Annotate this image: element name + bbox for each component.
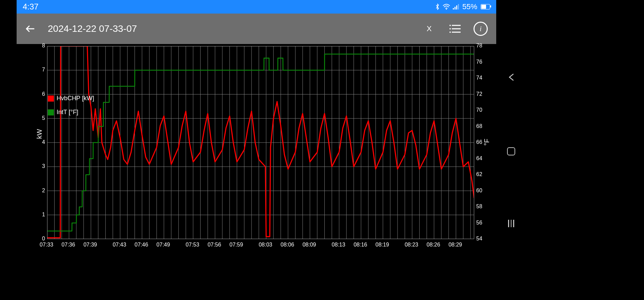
legend-item-intt: IntT [°F] xyxy=(48,109,94,116)
y-left-tick: 6 xyxy=(39,91,45,97)
legend-swatch-green xyxy=(48,109,54,115)
y-right-tick: 70 xyxy=(476,107,482,113)
info-icon: i xyxy=(474,22,488,36)
y-right-tick: 64 xyxy=(476,155,482,162)
x-tick: 08:13 xyxy=(332,242,345,248)
status-indicators: 55% xyxy=(435,2,490,11)
list-icon[interactable] xyxy=(447,21,462,36)
y-left-tick: 3 xyxy=(39,163,45,169)
x-tick: 07:46 xyxy=(135,242,148,248)
y-left-tick: 2 xyxy=(39,188,45,194)
x-tick: 07:56 xyxy=(207,242,221,248)
legend-item-hvbchp: HvbCHP [kW] xyxy=(48,95,94,102)
x-tick: 07:36 xyxy=(62,242,75,248)
back-button[interactable] xyxy=(22,21,38,37)
x-tick: 08:23 xyxy=(405,242,418,248)
legend-label: IntT [°F] xyxy=(57,109,78,116)
svg-rect-1 xyxy=(453,8,454,9)
svg-rect-4 xyxy=(458,4,459,9)
x-tick: 08:26 xyxy=(427,242,440,248)
info-button[interactable]: i xyxy=(473,21,488,36)
svg-point-0 xyxy=(446,8,447,9)
x-tick: 08:16 xyxy=(354,242,367,248)
nav-back-button[interactable] xyxy=(507,73,516,83)
status-time: 4:37 xyxy=(23,2,39,12)
y-right-axis-label: °F xyxy=(483,139,491,146)
y-right-tick: 56 xyxy=(476,220,482,226)
plot-canvas xyxy=(47,46,474,239)
svg-point-7 xyxy=(449,28,451,29)
bluetooth-icon xyxy=(435,3,440,10)
chart-area[interactable]: kW °F HvbCHP [kW] IntT [°F] xyxy=(17,44,496,259)
x-tick: 07:59 xyxy=(229,242,243,248)
battery-percentage: 55% xyxy=(462,2,477,11)
legend-label: HvbCHP [kW] xyxy=(57,95,94,102)
x-tick: 08:19 xyxy=(376,242,389,248)
y-right-tick: 76 xyxy=(476,59,482,65)
y-right-tick: 62 xyxy=(476,171,482,177)
status-bar: 4:37 55% xyxy=(17,0,496,14)
x-tick: 07:43 xyxy=(113,242,126,248)
y-right-tick: 60 xyxy=(476,188,482,194)
x-tick: 08:29 xyxy=(448,242,462,248)
svg-point-5 xyxy=(449,25,451,26)
x-tick: 07:33 xyxy=(40,242,53,248)
y-left-tick: 1 xyxy=(39,212,45,218)
page-title: 2024-12-22 07-33-07 xyxy=(48,23,422,34)
y-right-tick: 68 xyxy=(476,123,482,129)
y-right-tick: 54 xyxy=(476,236,482,242)
signal-icon xyxy=(453,4,460,10)
nav-home-button[interactable] xyxy=(507,147,515,155)
svg-rect-6 xyxy=(452,25,461,26)
svg-point-9 xyxy=(449,31,451,33)
svg-rect-10 xyxy=(452,32,461,33)
system-nav-bar xyxy=(501,0,521,300)
wifi-icon xyxy=(443,4,450,10)
x-tick: 07:39 xyxy=(83,242,97,248)
legend-swatch-red xyxy=(48,95,54,102)
x-tick: 08:03 xyxy=(259,242,272,248)
legend: HvbCHP [kW] IntT [°F] xyxy=(48,95,94,116)
x-tick: 08:09 xyxy=(302,242,316,248)
x-tick: 08:06 xyxy=(281,242,294,248)
x-tick: 07:53 xyxy=(186,242,199,248)
app-toolbar: 2024-12-22 07-33-07 X i xyxy=(17,14,496,44)
y-right-tick: 58 xyxy=(476,203,482,210)
y-right-tick: 78 xyxy=(476,43,482,49)
y-left-axis-label: kW xyxy=(36,129,43,139)
y-left-tick: 5 xyxy=(39,115,45,121)
y-left-tick: 4 xyxy=(39,139,45,145)
y-right-tick: 66 xyxy=(476,139,482,145)
y-left-tick: 7 xyxy=(39,67,45,73)
y-left-tick: 0 xyxy=(39,236,45,242)
svg-rect-2 xyxy=(455,7,456,9)
y-right-tick: 72 xyxy=(476,91,482,97)
y-right-tick: 74 xyxy=(476,75,482,81)
y-left-tick: 8 xyxy=(39,43,45,49)
battery-icon xyxy=(481,4,490,9)
svg-rect-3 xyxy=(456,5,457,9)
svg-rect-8 xyxy=(452,28,461,29)
x-tick: 07:49 xyxy=(157,242,170,248)
close-button[interactable]: X xyxy=(422,21,437,36)
nav-recents-button[interactable] xyxy=(508,220,514,227)
